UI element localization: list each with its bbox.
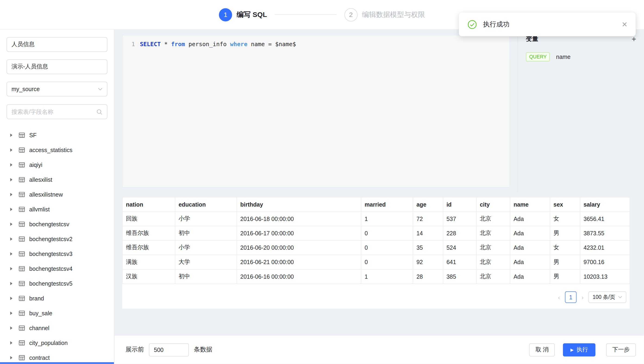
caret-right-icon[interactable] bbox=[10, 252, 12, 256]
row-limit-input[interactable] bbox=[149, 343, 189, 356]
sql-token: * bbox=[161, 41, 171, 47]
sql-editor[interactable]: 1 SELECT * from person_info where name =… bbox=[122, 35, 510, 188]
caret-right-icon[interactable] bbox=[10, 237, 12, 241]
next-step-button[interactable]: 下一步 bbox=[606, 343, 636, 356]
tree-item-access_statistics[interactable]: access_statistics bbox=[0, 143, 114, 157]
tree-item-bochengtestcsv3[interactable]: bochengtestcsv3 bbox=[0, 246, 114, 261]
table-icon bbox=[18, 221, 25, 228]
caret-right-icon[interactable] bbox=[10, 133, 12, 137]
close-icon[interactable]: ✕ bbox=[622, 21, 628, 28]
table-icon bbox=[18, 251, 25, 257]
step-connector-line bbox=[275, 14, 336, 15]
tree-item-aiqiyi[interactable]: aiqiyi bbox=[0, 157, 114, 172]
table-cell: 北京 bbox=[476, 240, 510, 255]
tree-item-label: brand bbox=[29, 295, 44, 302]
table-cell: 1 bbox=[361, 269, 413, 284]
table-cell: 537 bbox=[443, 212, 476, 226]
table-cell: 初中 bbox=[175, 226, 237, 240]
tree-item-label: bochengtestcsv5 bbox=[29, 280, 72, 287]
caret-right-icon[interactable] bbox=[10, 208, 12, 211]
page-size-select[interactable]: 100 条/页 bbox=[588, 291, 626, 303]
success-icon bbox=[467, 20, 477, 29]
dataset-display-name-input[interactable] bbox=[6, 59, 108, 74]
caret-right-icon[interactable] bbox=[10, 223, 12, 226]
table-row: 汉族初中2016-06-16 00:00:00128385北京Ada男10203… bbox=[122, 269, 630, 284]
toast-success: 执行成功 ✕ bbox=[459, 12, 636, 36]
tree-item-city_population[interactable]: city_population bbox=[0, 335, 114, 350]
tree-item-bochengtestcsv4[interactable]: bochengtestcsv4 bbox=[0, 261, 114, 276]
tree-item-label: city_population bbox=[29, 340, 68, 346]
caret-right-icon[interactable] bbox=[10, 341, 12, 344]
datasource-select[interactable]: my_source bbox=[6, 82, 108, 96]
step-1-label: 编写 SQL bbox=[236, 10, 267, 20]
table-icon bbox=[18, 147, 25, 153]
step-2-number: 2 bbox=[344, 8, 358, 21]
prev-page-icon[interactable]: ‹ bbox=[557, 294, 561, 300]
caret-right-icon[interactable] bbox=[10, 163, 12, 166]
step-2-edit-model[interactable]: 2 编辑数据模型与权限 bbox=[344, 8, 425, 21]
tree-item-contract[interactable]: contract bbox=[0, 350, 114, 364]
footer-bar: 展示前 条数据 取 消 ▶ 执行 下一步 bbox=[114, 335, 644, 364]
tree-item-label: bochengtestcsv4 bbox=[29, 265, 72, 272]
next-page-icon[interactable]: › bbox=[580, 294, 584, 300]
tree-item-brand[interactable]: brand bbox=[0, 291, 114, 306]
search-icon bbox=[96, 108, 102, 115]
sidebar-scrollbar[interactable] bbox=[0, 362, 114, 364]
caret-right-icon[interactable] bbox=[10, 193, 12, 196]
table-tree: SFaccess_statisticsaiqiyiallesxilistalle… bbox=[0, 128, 114, 364]
table-cell: 维吾尔族 bbox=[122, 240, 175, 255]
tree-item-bochengtestcsv[interactable]: bochengtestcsv bbox=[0, 217, 114, 232]
table-cell: 汉族 bbox=[122, 269, 175, 284]
caret-right-icon[interactable] bbox=[10, 282, 12, 285]
table-icon bbox=[18, 354, 25, 361]
table-cell: Ada bbox=[510, 226, 550, 240]
table-header-row: nationeducationbirthdaymarriedageidcityn… bbox=[122, 197, 630, 212]
sidebar: my_source SFaccess_statisticsaiqiyialles… bbox=[0, 30, 114, 364]
caret-right-icon[interactable] bbox=[10, 326, 12, 330]
table-cell: 28 bbox=[413, 269, 443, 284]
caret-right-icon[interactable] bbox=[10, 312, 12, 315]
variable-type-tag: QUERY bbox=[526, 52, 550, 61]
tree-item-label: bochengtestcsv2 bbox=[29, 236, 72, 242]
table-cell: 2016-06-20 00:00:00 bbox=[237, 240, 361, 255]
tree-item-label: allesxilistnew bbox=[29, 191, 63, 198]
tree-item-buy_sale[interactable]: buy_sale bbox=[0, 306, 114, 321]
caret-right-icon[interactable] bbox=[10, 297, 12, 300]
tree-item-bochengtestcsv5[interactable]: bochengtestcsv5 bbox=[0, 276, 114, 291]
tree-item-allvmlist[interactable]: allvmlist bbox=[0, 202, 114, 217]
sql-editor-area: 1 SELECT * from person_info where name =… bbox=[114, 30, 518, 192]
table-cell: 641 bbox=[443, 255, 476, 269]
table-cell: 男 bbox=[550, 269, 580, 284]
tree-item-allesxilistnew[interactable]: allesxilistnew bbox=[0, 187, 114, 202]
results-table: nationeducationbirthdaymarriedageidcityn… bbox=[122, 197, 630, 284]
chevron-down-icon bbox=[618, 296, 622, 298]
chevron-down-icon bbox=[98, 88, 102, 90]
tree-item-label: allesxilist bbox=[29, 176, 52, 183]
table-cell: Ada bbox=[510, 269, 550, 284]
table-cell: 小学 bbox=[175, 212, 237, 226]
caret-right-icon[interactable] bbox=[10, 356, 12, 359]
tree-item-SF[interactable]: SF bbox=[0, 128, 114, 143]
tree-item-channel[interactable]: channel bbox=[0, 321, 114, 335]
caret-right-icon[interactable] bbox=[10, 267, 12, 270]
tree-item-allesxilist[interactable]: allesxilist bbox=[0, 172, 114, 187]
caret-right-icon[interactable] bbox=[10, 148, 12, 152]
variable-item[interactable]: QUERY name bbox=[526, 52, 636, 61]
tree-item-bochengtestcsv2[interactable]: bochengtestcsv2 bbox=[0, 232, 114, 246]
table-cell: 2016-06-16 00:00:00 bbox=[237, 269, 361, 284]
step-2-label: 编辑数据模型与权限 bbox=[362, 10, 425, 20]
table-icon bbox=[18, 132, 25, 138]
column-header-sex: sex bbox=[550, 197, 580, 212]
execute-button[interactable]: ▶ 执行 bbox=[563, 343, 596, 356]
step-1-number: 1 bbox=[219, 8, 232, 21]
step-1-write-sql[interactable]: 1 编写 SQL bbox=[219, 8, 267, 21]
caret-right-icon[interactable] bbox=[10, 178, 12, 181]
sql-code-row: 1 SELECT * from person_info where name =… bbox=[123, 40, 510, 48]
table-icon bbox=[18, 265, 25, 272]
current-page-button[interactable]: 1 bbox=[565, 291, 577, 303]
sql-token: name = $name$ bbox=[248, 41, 296, 47]
search-input[interactable] bbox=[12, 108, 96, 115]
table-cell: 男 bbox=[550, 255, 580, 269]
dataset-name-input[interactable] bbox=[6, 37, 108, 52]
cancel-button[interactable]: 取 消 bbox=[530, 343, 555, 356]
